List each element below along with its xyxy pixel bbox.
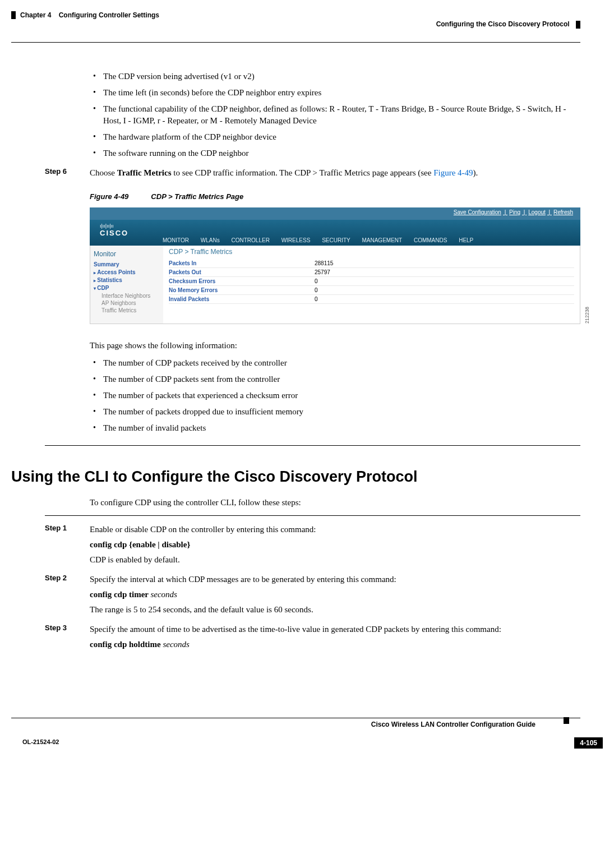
step3-label: Step 3 <box>45 624 90 650</box>
ss-link-refresh[interactable]: Refresh <box>553 209 573 215</box>
ss-link-ping[interactable]: Ping <box>509 209 520 215</box>
header-section: Configuring the Cisco Discovery Protocol <box>436 20 580 29</box>
table-row: Checksum Errors0 <box>169 277 574 286</box>
figure-image-number: 212238 <box>584 307 590 324</box>
sidebar-item-statistics[interactable]: Statistics <box>94 277 160 283</box>
header-marker-right <box>576 21 580 29</box>
intro-after-figure: This page shows the following informatio… <box>90 340 580 352</box>
after-figure-bullet-list: The number of CDP packets received by th… <box>90 357 580 434</box>
page-footer: Cisco Wireless LAN Controller Configurat… <box>11 718 580 745</box>
table-row: Packets Out25797 <box>169 268 574 277</box>
ss-link-save[interactable]: Save Configuration <box>454 209 501 215</box>
footer-doc-title: Cisco Wireless LAN Controller Configurat… <box>11 721 580 728</box>
row-label: Packets In <box>169 260 315 266</box>
sidebar-title: Monitor <box>94 250 160 258</box>
list-item: The functional capability of the CDP nei… <box>90 103 580 127</box>
nav-management[interactable]: MANAGEMENT <box>362 237 402 243</box>
step1-body: Enable or disable CDP on the controller … <box>90 524 316 566</box>
table-row: Invalid Packets0 <box>169 295 574 304</box>
sidebar-sub-traffic-metrics[interactable]: Traffic Metrics <box>101 307 160 313</box>
cli-step2: Step 2 Specify the interval at which CDP… <box>90 574 580 616</box>
list-item: The number of CDP packets sent from the … <box>90 373 580 385</box>
list-item: The number of packets that experienced a… <box>90 390 580 401</box>
sidebar-item-cdp[interactable]: CDP <box>94 285 160 291</box>
footer-marker <box>564 717 569 724</box>
ss-body: Monitor Summary Access Points Statistics… <box>90 246 580 324</box>
sidebar-item-access-points[interactable]: Access Points <box>94 269 160 275</box>
nav-commands[interactable]: COMMANDS <box>414 237 447 243</box>
cli-section-title: Using the CLI to Configure the Cisco Dis… <box>11 468 580 486</box>
header-chapter: Chapter 4 Configuring Controller Setting… <box>20 11 159 19</box>
nav-wlans[interactable]: WLANs <box>201 237 220 243</box>
ss-main: CDP > Traffic Metrics Packets In288115 P… <box>163 246 580 324</box>
row-value: 0 <box>315 296 318 302</box>
nav-monitor[interactable]: MONITOR <box>163 237 189 243</box>
step6-row: Step 6 Choose Traffic Metrics to see CDP… <box>90 167 580 179</box>
row-value: 288115 <box>315 260 333 266</box>
list-item: The CDP version being advertised (v1 or … <box>90 71 580 82</box>
ss-topbar: Save Configuration | Ping | Logout | Ref… <box>90 207 580 220</box>
figure-ref-link[interactable]: Figure 4-49 <box>433 168 473 177</box>
table-row: Packets In288115 <box>169 259 574 268</box>
row-value: 0 <box>315 287 318 293</box>
step2-body: Specify the interval at which CDP messag… <box>90 574 396 616</box>
list-item: The time left (in seconds) before the CD… <box>90 87 580 99</box>
ss-header: ı|ıı|ıı|ıı CISCO MONITOR WLANs CONTROLLE… <box>90 220 580 246</box>
list-item: The number of CDP packets received by th… <box>90 357 580 369</box>
cdp-traffic-metrics-screenshot: Save Configuration | Ping | Logout | Ref… <box>90 207 580 324</box>
figure-caption: Figure 4-49CDP > Traffic Metrics Page <box>90 192 580 201</box>
sidebar-sub-ap-neighbors[interactable]: AP Neighbors <box>101 300 160 306</box>
list-item: The number of invalid packets <box>90 422 580 434</box>
step6-label: Step 6 <box>45 167 90 179</box>
ss-main-title: CDP > Traffic Metrics <box>169 248 574 256</box>
nav-security[interactable]: SECURITY <box>322 237 350 243</box>
row-value: 25797 <box>315 269 330 275</box>
table-row: No Memory Errors0 <box>169 286 574 295</box>
ss-link-logout[interactable]: Logout <box>528 209 546 215</box>
footer-page-number: 4-105 <box>574 737 603 749</box>
list-item: The software running on the CDP neighbor <box>90 147 580 159</box>
step1-label: Step 1 <box>45 524 90 566</box>
footer-ol-number: OL-21524-02 <box>11 731 59 745</box>
nav-help[interactable]: HELP <box>459 237 473 243</box>
ss-sidebar: Monitor Summary Access Points Statistics… <box>90 246 163 324</box>
row-label: No Memory Errors <box>169 287 315 293</box>
cli-intro: To configure CDP using the controller CL… <box>90 497 580 509</box>
header-marker-left <box>11 11 16 19</box>
ss-toplinks: Save Configuration | Ping | Logout | Ref… <box>452 209 575 215</box>
list-item: The hardware platform of the CDP neighbo… <box>90 131 580 143</box>
row-label: Packets Out <box>169 269 315 275</box>
row-label: Checksum Errors <box>169 278 315 284</box>
header-rule <box>11 42 580 43</box>
cisco-logo: ı|ıı|ıı|ıı CISCO <box>100 223 128 237</box>
step6-body: Choose Traffic Metrics to see CDP traffi… <box>90 167 478 179</box>
sidebar-sub-interface-neighbors[interactable]: Interface Neighbors <box>101 293 160 299</box>
step2-label: Step 2 <box>45 574 90 616</box>
cli-step3: Step 3 Specify the amount of time to be … <box>90 624 580 650</box>
cli-step1: Step 1 Enable or disable CDP on the cont… <box>90 524 580 566</box>
step3-body: Specify the amount of time to be adverti… <box>90 624 501 650</box>
list-item: The number of packets dropped due to ins… <box>90 406 580 418</box>
ss-nav: MONITOR WLANs CONTROLLER WIRELESS SECURI… <box>163 237 483 243</box>
row-value: 0 <box>315 278 318 284</box>
top-bullet-list: The CDP version being advertised (v1 or … <box>90 71 580 159</box>
section-divider <box>45 445 580 446</box>
page-header: Chapter 4 Configuring Controller Setting… <box>11 11 580 34</box>
sidebar-item-summary[interactable]: Summary <box>94 261 160 267</box>
row-label: Invalid Packets <box>169 296 315 302</box>
steps-divider <box>45 515 580 516</box>
nav-wireless[interactable]: WIRELESS <box>281 237 311 243</box>
nav-controller[interactable]: CONTROLLER <box>232 237 270 243</box>
footer-rule <box>11 718 580 718</box>
